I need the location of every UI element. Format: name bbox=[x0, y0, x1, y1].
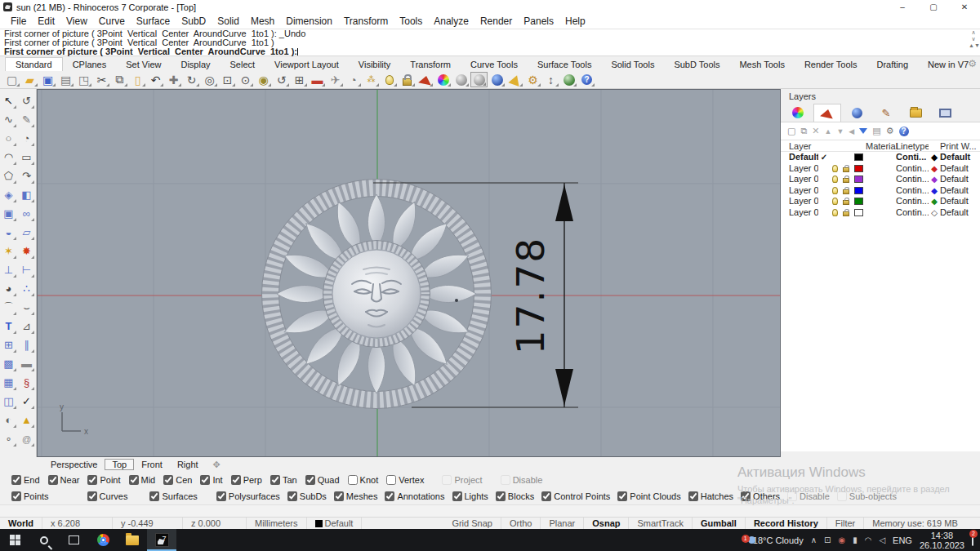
layer-color-swatch[interactable] bbox=[854, 198, 863, 205]
command-scrollbar[interactable]: ∧∨▲▼ bbox=[969, 29, 978, 56]
layer-print-width[interactable]: Default bbox=[940, 174, 980, 184]
layer-lock-icon[interactable] bbox=[843, 167, 849, 172]
osnap-perp-checkbox[interactable] bbox=[231, 475, 241, 485]
tab-subd-tools[interactable]: SubD Tools bbox=[664, 58, 729, 71]
smarttrack-toggle[interactable]: SmartTrack bbox=[629, 518, 692, 530]
layer-linetype[interactable]: Contin... bbox=[896, 185, 929, 196]
fillet-icon[interactable]: ✶ bbox=[0, 242, 17, 260]
paste-icon[interactable]: ▯ bbox=[129, 72, 146, 87]
filter-hatches-checkbox[interactable] bbox=[688, 491, 698, 501]
filter-points-checkbox[interactable] bbox=[11, 491, 21, 501]
move-left-icon[interactable]: ◀ bbox=[849, 127, 854, 136]
new-layer-icon[interactable]: ▢ bbox=[787, 126, 795, 136]
print-color-diamond[interactable]: ◇ bbox=[929, 207, 940, 218]
osnap-tan-checkbox[interactable] bbox=[270, 475, 280, 485]
move-down-icon[interactable]: ▼ bbox=[836, 127, 844, 136]
clock[interactable]: 14:3826.10.2023 bbox=[920, 531, 964, 550]
layer-lock-icon[interactable] bbox=[843, 211, 849, 216]
pan-icon[interactable]: ✚ bbox=[165, 72, 182, 87]
menu-tools[interactable]: Tools bbox=[394, 16, 428, 27]
array-icon[interactable]: ∥ bbox=[18, 335, 35, 354]
grid-snap-toggle[interactable]: Grid Snap bbox=[443, 518, 501, 530]
filter-annotations[interactable]: Annotations bbox=[385, 491, 444, 501]
filter-funnel-icon[interactable] bbox=[859, 128, 867, 134]
menu-surface[interactable]: Surface bbox=[131, 16, 176, 27]
osnap-knot[interactable]: Knot bbox=[348, 475, 379, 485]
color-wheel-icon[interactable] bbox=[434, 72, 452, 87]
viewport-tab-perspective[interactable]: Perspective bbox=[43, 459, 105, 470]
tray-monitor-icon[interactable]: ⊡ bbox=[824, 535, 831, 544]
taskbar-search-button[interactable] bbox=[29, 529, 59, 551]
tab-viewport-layout[interactable]: Viewport Layout bbox=[265, 58, 349, 71]
cone-icon[interactable] bbox=[506, 72, 523, 87]
tab-mesh-tools[interactable]: Mesh Tools bbox=[729, 58, 794, 71]
menu-render[interactable]: Render bbox=[474, 16, 518, 27]
tab-surface-tools[interactable]: Surface Tools bbox=[528, 58, 601, 71]
tab-display[interactable]: Display bbox=[171, 58, 220, 71]
cone-tool-icon[interactable]: ▲ bbox=[18, 411, 35, 429]
open-file-icon[interactable]: ▰ bbox=[21, 72, 38, 87]
undo-icon[interactable]: ↶ bbox=[147, 72, 164, 87]
osnap-int-checkbox[interactable] bbox=[200, 475, 210, 485]
layer-lock-icon[interactable] bbox=[843, 178, 849, 183]
layer-visibility-bulb-icon[interactable] bbox=[832, 165, 838, 172]
menu-help[interactable]: Help bbox=[559, 16, 591, 27]
lock-icon[interactable] bbox=[399, 72, 416, 87]
move-up-icon[interactable]: ▲ bbox=[824, 127, 831, 136]
action-center-button[interactable]: 2 bbox=[972, 535, 973, 545]
menu-subd[interactable]: SubD bbox=[176, 16, 212, 27]
filter-subds-checkbox[interactable] bbox=[287, 491, 297, 501]
column-material[interactable]: Material bbox=[866, 140, 896, 151]
osnap-tan[interactable]: Tan bbox=[270, 475, 297, 485]
layer-color-swatch[interactable] bbox=[854, 209, 863, 216]
osnap-point[interactable]: Point bbox=[87, 475, 120, 485]
layer-row-02[interactable]: Layer 02 Contin... ◆ Default bbox=[781, 174, 980, 185]
layer-color-swatch[interactable] bbox=[854, 165, 863, 172]
tab-visibility[interactable]: Visibility bbox=[349, 58, 401, 71]
tray-battery-icon[interactable]: ▮ bbox=[853, 535, 858, 544]
point-cloud-icon[interactable]: ∴ bbox=[18, 279, 35, 298]
dimension-icon[interactable]: ⊿ bbox=[18, 317, 35, 335]
menu-solid[interactable]: Solid bbox=[212, 16, 245, 27]
layer-row-01[interactable]: Layer 01 Contin... ◆ Default bbox=[781, 163, 980, 175]
menu-mesh[interactable]: Mesh bbox=[245, 16, 280, 27]
extrude-flat-icon[interactable]: ⊢ bbox=[18, 260, 35, 279]
layer-print-width[interactable]: Default bbox=[940, 185, 980, 196]
export-icon[interactable]: ◳ bbox=[75, 72, 92, 87]
files-tab[interactable] bbox=[902, 104, 929, 122]
history-icon[interactable]: ◔ bbox=[345, 72, 362, 87]
active-layer-button[interactable]: Default bbox=[307, 518, 363, 530]
extrude-icon[interactable]: ⊥ bbox=[0, 260, 17, 279]
ortho-toggle[interactable]: Ortho bbox=[501, 518, 541, 530]
print-color-diamond[interactable]: ◆ bbox=[929, 174, 940, 184]
osnap-quad-checkbox[interactable] bbox=[305, 475, 315, 485]
viewport-tab-right[interactable]: Right bbox=[170, 459, 206, 470]
sphere-icon[interactable]: ∞ bbox=[18, 204, 35, 223]
layer-print-width[interactable]: Default bbox=[940, 163, 980, 174]
viewport-tab-add-icon[interactable]: ✥ bbox=[206, 459, 228, 471]
layer-linetype[interactable]: Contin... bbox=[896, 163, 929, 174]
save-icon[interactable]: ▣ bbox=[39, 72, 56, 87]
new-file-icon[interactable]: ▢ bbox=[3, 72, 20, 87]
mesh-sphere-icon[interactable]: ◐ bbox=[0, 411, 17, 429]
help-icon[interactable]: ? bbox=[578, 72, 595, 87]
surface-icon[interactable]: ◈ bbox=[0, 185, 17, 204]
filter-annotations-checkbox[interactable] bbox=[385, 491, 394, 501]
surface-edge-icon[interactable]: ◧ bbox=[18, 185, 35, 204]
block-icon[interactable]: ⊞ bbox=[0, 335, 17, 354]
osnap-project[interactable]: Project bbox=[442, 475, 482, 485]
weather-text[interactable]: 18°C Cloudy bbox=[753, 535, 804, 545]
menu-dimension[interactable]: Dimension bbox=[280, 16, 338, 27]
cplane-button[interactable]: World bbox=[0, 518, 42, 530]
orbit-icon[interactable]: ↻ bbox=[183, 72, 200, 87]
check-icon[interactable]: ✓ bbox=[18, 392, 35, 411]
osnap-mid-checkbox[interactable] bbox=[129, 475, 139, 485]
layer-color-swatch[interactable] bbox=[854, 153, 863, 161]
filter-meshes[interactable]: Meshes bbox=[334, 491, 378, 501]
lamp-icon[interactable] bbox=[381, 72, 398, 87]
layer-lock-icon[interactable] bbox=[843, 200, 849, 205]
filter-hatches[interactable]: Hatches bbox=[688, 491, 733, 501]
layer-linetype[interactable]: Contin... bbox=[896, 174, 929, 184]
osnap-point-checkbox[interactable] bbox=[87, 475, 97, 485]
filter-point-clouds-checkbox[interactable] bbox=[617, 491, 627, 501]
